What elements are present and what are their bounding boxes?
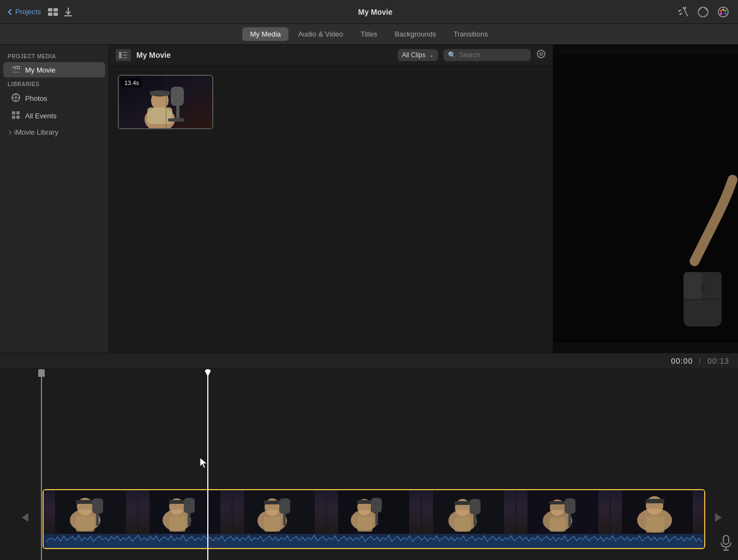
sidebar-toggle-button[interactable] [116,49,131,61]
svg-point-23 [14,96,17,99]
svg-point-21 [720,13,722,15]
svg-rect-53 [171,87,184,106]
video-track[interactable] [43,489,705,549]
tab-backgrounds[interactable]: Backgrounds [387,27,444,41]
timeline-handle-top [38,369,45,377]
svg-point-14 [679,13,681,15]
photos-icon [11,93,21,104]
svg-line-7 [683,8,688,16]
top-bar-left: Projects ♪ [9,7,73,17]
filmstrip [44,490,704,534]
playhead-handle [204,369,212,377]
svg-point-11 [682,7,684,8]
svg-rect-82 [264,517,280,532]
tab-my-media[interactable]: My Media [242,27,288,41]
timecode-display: 00:00 / 00:13 [671,357,729,365]
timeline-section: 00:00 / 00:13 [0,353,738,560]
filmstrip-frame [610,490,704,534]
download-icon[interactable] [64,7,73,17]
svg-rect-88 [357,500,373,504]
main-content: PROJECT MEDIA 🎬 My Movie LIBRARIES Photo… [0,45,738,353]
color-palette-icon[interactable] [717,7,729,17]
svg-rect-84 [279,498,290,514]
playhead[interactable] [207,369,208,560]
filmstrip-frame [44,490,138,534]
sidebar-item-photos[interactable]: Photos [3,90,105,107]
svg-rect-91 [371,498,382,513]
svg-rect-96 [454,517,471,532]
tab-titles[interactable]: Titles [353,27,385,41]
filmstrip-frame [516,490,610,534]
nav-tabs: My Media Audio & Video Titles Background… [0,24,738,45]
clips-dropdown-label: All Clips [402,51,425,59]
top-bar-right [678,7,729,17]
sidebar-item-label-photos: Photos [25,94,47,103]
svg-rect-32 [119,52,122,58]
sidebar-item-all-events[interactable]: All Events [3,107,105,124]
search-input[interactable] [459,51,519,59]
svg-rect-105 [565,498,575,514]
timeline-scroll-right[interactable] [715,513,722,522]
timeline-left-handle[interactable] [41,369,42,560]
svg-point-19 [724,10,727,12]
back-button[interactable]: Projects [9,8,41,16]
timeline-scroll-left[interactable] [22,513,28,522]
chevron-left-icon [8,9,14,15]
grid-film-icon[interactable]: ♪ [47,8,58,16]
clip-duration-badge: 13.4s [122,79,142,87]
svg-text:♪: ♪ [57,8,58,13]
sidebar-item-label-my-movie: My Movie [25,66,56,74]
sidebar-item-imovie-library[interactable]: iMovie Library [0,125,109,140]
svg-rect-98 [470,499,481,514]
media-project-title: My Movie [136,51,392,59]
media-toolbar: My Movie All Clips ⌄ 🔍 [109,45,553,66]
filmstrip-frame [422,490,516,534]
svg-rect-29 [16,111,20,115]
sidebar-item-label-imovie-library: iMovie Library [14,128,58,136]
preview-panel [553,45,738,353]
clips-dropdown[interactable]: All Clips ⌄ [398,49,438,61]
svg-rect-68 [76,516,94,532]
timeline-area[interactable] [0,369,738,560]
libraries-title: LIBRARIES [0,78,109,89]
tab-audio-video[interactable]: Audio & Video [291,27,351,41]
color-correction-icon[interactable] [698,7,709,17]
svg-rect-75 [169,516,185,532]
svg-rect-31 [16,116,20,119]
clip-thumbnail[interactable]: 13.4s [118,75,213,129]
timeline-header: 00:00 / 00:13 [0,353,738,369]
cursor-indicator [200,457,206,467]
media-grid: 13.4s [109,66,553,353]
svg-rect-3 [53,13,58,16]
timecode-separator: / [699,357,701,365]
svg-rect-110 [646,516,664,533]
svg-rect-54 [168,118,184,122]
svg-rect-103 [549,517,566,532]
sidebar-item-label-all-events: All Events [25,112,57,120]
filmstrip-frame [232,490,327,534]
sidebar-item-my-movie[interactable]: 🎬 My Movie [3,62,105,77]
tab-transitions[interactable]: Transitions [446,27,495,41]
project-media-title: PROJECT MEDIA [0,50,109,62]
svg-rect-102 [549,501,565,504]
svg-rect-0 [48,8,52,11]
clips-dropdown-arrow: ⌄ [429,52,434,58]
svg-rect-28 [12,111,15,115]
media-settings-button[interactable] [536,49,546,61]
svg-point-18 [722,9,724,11]
svg-rect-50 [150,91,170,95]
svg-point-20 [724,13,727,15]
svg-rect-95 [454,501,471,505]
filmstrip-frame [327,490,421,534]
svg-rect-77 [184,498,195,513]
audio-waveform [44,534,704,549]
svg-rect-30 [12,116,15,119]
app-title: My Movie [358,8,392,16]
svg-rect-58 [703,272,722,299]
magic-wand-icon[interactable] [678,7,689,17]
expand-arrow-icon [7,130,11,134]
svg-rect-67 [76,500,94,504]
current-time: 00:00 [671,357,693,365]
search-bar: 🔍 [443,49,531,61]
top-bar: Projects ♪ My M [0,0,738,24]
